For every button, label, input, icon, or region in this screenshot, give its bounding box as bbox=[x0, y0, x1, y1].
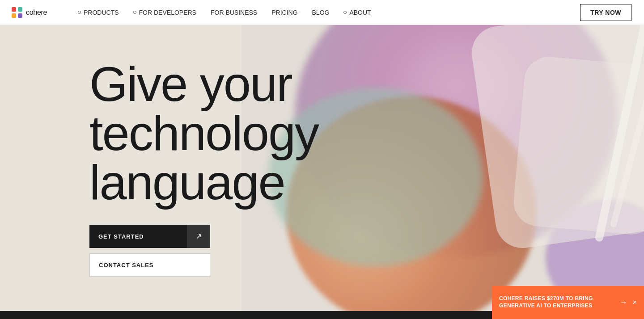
hero-title: Give your technology language bbox=[89, 59, 309, 207]
nav-label-pricing: PRICING bbox=[271, 9, 297, 16]
nav-dot-products bbox=[78, 11, 81, 14]
notification-close-button[interactable]: × bbox=[633, 298, 637, 306]
nav-item-for-developers[interactable]: FOR DEVELOPERS bbox=[127, 5, 203, 20]
get-started-arrow-icon: ↗ bbox=[187, 225, 210, 248]
svg-rect-0 bbox=[12, 7, 16, 12]
nav-label-blog: BLOG bbox=[312, 9, 330, 16]
try-now-wrapper: TRY NOW bbox=[568, 4, 644, 21]
hero-section: Give your technology language GET STARTE… bbox=[0, 25, 644, 311]
svg-rect-11 bbox=[512, 55, 644, 236]
nav-item-for-business[interactable]: FOR BUSINESS bbox=[204, 5, 263, 20]
nav-item-blog[interactable]: BLOG bbox=[306, 5, 336, 20]
svg-rect-3 bbox=[18, 13, 22, 18]
hero-title-line3: language bbox=[89, 155, 285, 210]
contact-sales-button[interactable]: CONTACT SALES bbox=[89, 253, 210, 277]
hero-content: Give your technology language GET STARTE… bbox=[0, 59, 326, 277]
hero-title-line1: Give your bbox=[89, 56, 292, 111]
svg-rect-1 bbox=[18, 7, 22, 12]
nav-label-for-developers: FOR DEVELOPERS bbox=[139, 9, 196, 16]
notification-text: COHERE RAISES $270M TO BRING GENERATIVE … bbox=[499, 295, 614, 309]
navbar: cohere PRODUCTS FOR DEVELOPERS FOR BUSIN… bbox=[0, 0, 644, 25]
try-now-button[interactable]: TRY NOW bbox=[580, 4, 631, 21]
nav-dot-about bbox=[343, 11, 347, 14]
nav-label-products: PRODUCTS bbox=[84, 9, 119, 16]
nav-item-products[interactable]: PRODUCTS bbox=[72, 5, 125, 20]
get-started-button[interactable]: GET STARTED ↗ bbox=[89, 225, 210, 248]
logo[interactable]: cohere bbox=[0, 6, 72, 19]
notification-arrow-icon[interactable]: → bbox=[619, 298, 627, 307]
svg-rect-2 bbox=[12, 13, 16, 18]
nav-item-about[interactable]: ABOUT bbox=[337, 5, 377, 20]
nav-item-pricing[interactable]: PRICING bbox=[265, 5, 304, 20]
nav-menu: PRODUCTS FOR DEVELOPERS FOR BUSINESS PRI… bbox=[72, 5, 568, 20]
logo-text: cohere bbox=[26, 8, 47, 17]
nav-dot-for-developers bbox=[133, 11, 136, 14]
nav-label-about: ABOUT bbox=[349, 9, 371, 16]
get-started-label: GET STARTED bbox=[89, 233, 187, 240]
nav-label-for-business: FOR BUSINESS bbox=[211, 9, 257, 16]
notification-banner: COHERE RAISES $270M TO BRING GENERATIVE … bbox=[492, 286, 644, 319]
hero-cta-group: GET STARTED ↗ CONTACT SALES bbox=[89, 225, 309, 277]
hero-title-line2: technology bbox=[89, 105, 318, 160]
cohere-logo-icon bbox=[11, 6, 23, 19]
